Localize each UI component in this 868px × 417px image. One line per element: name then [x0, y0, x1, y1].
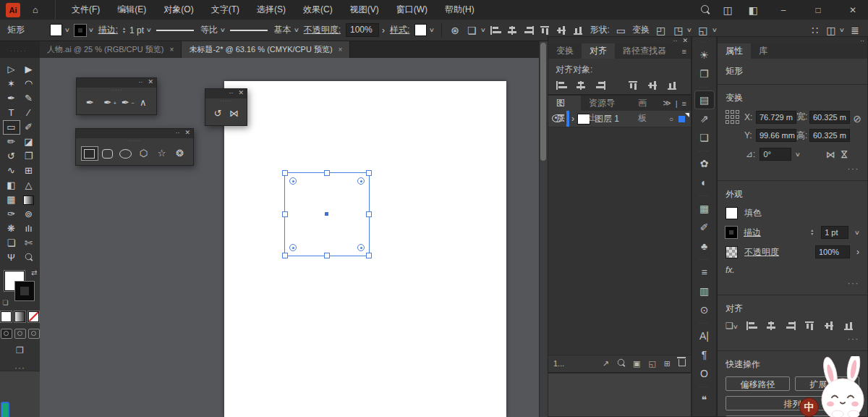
symbols-panel-icon[interactable]: ♣: [695, 237, 714, 255]
constrain-proportions-icon[interactable]: ⊘: [853, 113, 861, 125]
align-vcenter-icon[interactable]: [647, 80, 659, 90]
column-graph-tool[interactable]: ılı: [20, 222, 38, 236]
slice-tool[interactable]: ✄: [20, 236, 38, 250]
select-similar-icon[interactable]: ◳: [672, 25, 684, 36]
locate-object-icon[interactable]: [617, 358, 625, 368]
width-profile-dropdown[interactable]: 等比∨: [156, 24, 225, 36]
ellipse-tool[interactable]: [117, 146, 135, 161]
fill-swatch[interactable]: [50, 24, 62, 36]
swatches-panel-icon[interactable]: ▦: [695, 200, 714, 217]
close-icon[interactable]: ✕: [184, 129, 190, 136]
rotate-tool[interactable]: ↺: [210, 106, 226, 121]
fx-icon[interactable]: fx.: [726, 265, 859, 275]
style-link[interactable]: 样式:: [390, 24, 409, 36]
color-panel-icon[interactable]: ✿: [695, 155, 714, 172]
search-icon[interactable]: [701, 5, 709, 15]
transparency-panel-icon[interactable]: ⊙: [695, 301, 714, 319]
make-clip-mask-icon[interactable]: ▣: [633, 359, 640, 368]
minimize-button[interactable]: –: [773, 5, 794, 15]
menu-help[interactable]: 帮助(H): [436, 0, 483, 20]
panel-group-grip[interactable]: ·····: [699, 192, 710, 199]
eraser-tool[interactable]: ◪: [20, 135, 38, 149]
brushes-panel-icon[interactable]: ✐: [695, 219, 714, 236]
shape-widget-icon[interactable]: ▭: [615, 25, 627, 36]
arrange-documents-icon[interactable]: ◫: [722, 4, 734, 16]
layer-selected-indicator[interactable]: [678, 116, 685, 122]
collapse-icon[interactable]: ··: [138, 78, 142, 85]
align-left-icon[interactable]: [746, 321, 757, 331]
pen-tool[interactable]: ✒: [81, 96, 98, 110]
panel-menu-icon[interactable]: ≡: [682, 99, 686, 108]
menu-file[interactable]: 文件(F): [63, 0, 109, 20]
stroke-weight-link[interactable]: 描边:: [98, 24, 118, 36]
tab-close-icon[interactable]: ×: [339, 46, 343, 54]
tab-libraries[interactable]: 库: [751, 43, 775, 59]
menu-select[interactable]: 选择(S): [248, 0, 294, 20]
paragraph-panel-icon[interactable]: ¶: [695, 346, 714, 363]
handle-ne[interactable]: [366, 170, 372, 176]
tab-layers[interactable]: 图层: [548, 96, 581, 111]
gradient-tool-panel-icon[interactable]: ▥: [695, 282, 714, 300]
artboards-icon[interactable]: ❐: [695, 65, 714, 83]
hand-tool[interactable]: Ψ: [3, 250, 20, 265]
stroke-dropdown-icon[interactable]: ∨: [854, 229, 860, 236]
stepper-arrows-icon[interactable]: ▴▾: [123, 27, 125, 34]
menu-type[interactable]: 文字(T): [203, 0, 248, 20]
align-bottom-icon[interactable]: [573, 25, 584, 35]
none-button[interactable]: [28, 311, 39, 322]
menu-window[interactable]: 窗口(W): [388, 0, 436, 20]
polygon-tool[interactable]: ⬡: [135, 146, 153, 161]
corner-widget-sw[interactable]: [289, 244, 297, 251]
document-setup-dropdown[interactable]: ❏∨: [466, 25, 485, 36]
select-similar-dropdown[interactable]: ◳∨: [672, 25, 692, 36]
line-segment-tool[interactable]: ∕: [20, 106, 38, 120]
shaper-tool[interactable]: ✏: [3, 135, 20, 149]
align-right-icon[interactable]: [523, 25, 535, 35]
handle-nw[interactable]: [282, 170, 288, 176]
crop-image-icon[interactable]: ◱: [697, 25, 709, 36]
align-top-icon[interactable]: [628, 80, 639, 90]
align-top-icon[interactable]: [804, 321, 816, 331]
collapse-icon[interactable]: ··: [229, 89, 233, 96]
opentype-panel-icon[interactable]: O: [695, 365, 714, 382]
layer-row[interactable]: › 图层 1 ○: [548, 111, 691, 127]
tab-transform[interactable]: 变换: [548, 43, 582, 59]
panel-grip[interactable]: ·····: [76, 138, 193, 144]
star-tool[interactable]: ☆: [153, 146, 171, 161]
gradient-tool[interactable]: [20, 193, 38, 207]
panel-grip[interactable]: ·····: [77, 88, 156, 93]
handle-w[interactable]: [282, 211, 288, 217]
panel-group-grip[interactable]: ·····: [699, 83, 710, 90]
opacity-link[interactable]: 不透明度: [744, 246, 779, 258]
color-button[interactable]: [1, 311, 12, 322]
height-field[interactable]: 60.325 m: [809, 129, 850, 142]
reference-point-locator[interactable]: [726, 110, 744, 124]
workspace-switcher-icon[interactable]: ◧: [747, 4, 760, 16]
swap-fill-stroke-icon[interactable]: ⇄: [31, 269, 37, 277]
rounded-rectangle-tool[interactable]: [99, 146, 116, 161]
lasso-tool[interactable]: ◠: [20, 77, 38, 91]
align-vcenter-icon[interactable]: [824, 321, 835, 331]
stroke-weight-stepper[interactable]: ▴▾ 1 pt ∨: [123, 25, 151, 35]
stroke-panel-icon[interactable]: ≡: [695, 264, 714, 281]
offset-path-button[interactable]: 偏移路径: [726, 376, 790, 391]
y-field[interactable]: 99.66 mm: [756, 129, 796, 142]
symbol-sprayer-tool[interactable]: ❋: [3, 222, 20, 236]
align-top-icon[interactable]: [540, 25, 551, 35]
scale-tool[interactable]: ❐: [20, 149, 38, 164]
handle-se[interactable]: [366, 253, 372, 258]
shape-builder-tool[interactable]: ◧: [3, 178, 20, 193]
corner-widget-se[interactable]: [357, 244, 365, 251]
panel-grip[interactable]: ·····: [205, 98, 247, 104]
layer-name[interactable]: 图层 1: [595, 113, 619, 125]
angle-field[interactable]: 0°: [760, 148, 791, 161]
new-layer-icon[interactable]: ⊞: [664, 359, 671, 368]
menu-edit[interactable]: 编辑(E): [109, 0, 155, 20]
flare-tool[interactable]: ❂: [171, 146, 189, 161]
recolor-artwork-icon[interactable]: ⊛: [449, 25, 461, 36]
gradient-panel-icon[interactable]: ◐: [695, 174, 714, 191]
blend-tool[interactable]: ⊚: [20, 207, 38, 222]
document-setup-icon[interactable]: ❏: [466, 25, 478, 36]
tab-pathfinder[interactable]: 路径查找器: [615, 43, 674, 59]
style-swatch[interactable]: [414, 24, 427, 36]
